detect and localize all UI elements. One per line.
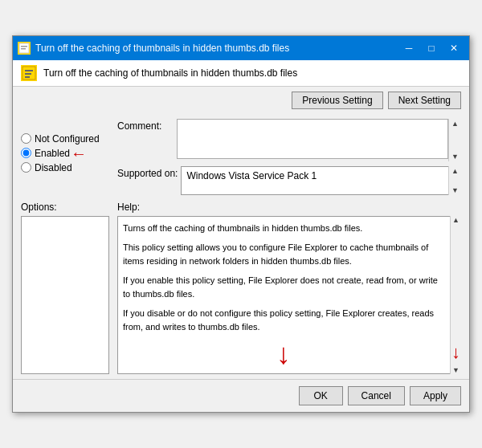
options-label: Options: bbox=[21, 202, 109, 213]
bottom-buttons: OK Cancel Apply bbox=[13, 379, 469, 412]
close-button[interactable]: ✕ bbox=[443, 40, 464, 56]
supported-row: Supported on: Windows Vista Service Pack… bbox=[117, 166, 461, 195]
disabled-label: Disabled bbox=[35, 162, 72, 173]
apply-button[interactable]: Apply bbox=[410, 386, 461, 405]
svg-rect-5 bbox=[25, 73, 31, 75]
help-box-wrapper: Turns off the caching of thumbnails in h… bbox=[117, 216, 461, 375]
help-para-2: This policy setting allows you to config… bbox=[123, 241, 444, 267]
comment-textarea[interactable] bbox=[177, 119, 448, 159]
help-label: Help: bbox=[117, 202, 461, 213]
window-icon bbox=[18, 42, 31, 55]
supported-scroll-down[interactable]: ▼ bbox=[451, 186, 459, 194]
help-panel: Help: Turns off the caching of thumbnail… bbox=[117, 202, 461, 375]
radio-group: Not Configured Enabled ← Disabled bbox=[21, 119, 109, 195]
title-controls: ─ □ ✕ bbox=[398, 40, 464, 56]
comment-label: Comment: bbox=[117, 119, 174, 132]
help-para-4: If you disable or do not configure this … bbox=[123, 307, 444, 333]
supported-wrapper: Windows Vista Service Pack 1 ▲ ▼ bbox=[181, 166, 461, 195]
not-configured-label: Not Configured bbox=[35, 133, 100, 145]
top-section: Not Configured Enabled ← Disabled Commen… bbox=[21, 119, 461, 195]
not-configured-option[interactable]: Not Configured bbox=[21, 133, 109, 145]
help-para-3: If you enable this policy setting, File … bbox=[123, 274, 444, 300]
prev-setting-button[interactable]: Previous Setting bbox=[292, 92, 382, 109]
comment-scroll-up[interactable]: ▲ bbox=[451, 120, 459, 128]
window-title: Turn off the caching of thumbnails in hi… bbox=[35, 43, 289, 54]
enabled-option[interactable]: Enabled ← bbox=[21, 148, 109, 159]
options-box bbox=[21, 216, 109, 375]
help-scroll-down[interactable]: ▼ bbox=[452, 366, 460, 374]
supported-scroll-up[interactable]: ▲ bbox=[451, 167, 459, 175]
comment-wrapper: ▲ ▼ bbox=[177, 119, 461, 161]
ok-button[interactable]: OK bbox=[299, 386, 343, 405]
enabled-arrow-indicator: ← bbox=[71, 144, 87, 162]
help-arrow-container: ↓ bbox=[123, 340, 444, 369]
policy-icon bbox=[21, 65, 37, 81]
svg-rect-4 bbox=[25, 70, 33, 71]
main-window: Turn off the caching of thumbnails in hi… bbox=[12, 35, 470, 413]
cancel-button[interactable]: Cancel bbox=[348, 386, 405, 405]
supported-scrollbar[interactable]: ▲ ▼ bbox=[448, 166, 461, 195]
help-scrollbar[interactable]: ▲ ↓ ▼ bbox=[450, 216, 461, 375]
enabled-label: Enabled bbox=[35, 148, 70, 159]
comment-scrollbar[interactable]: ▲ ▼ bbox=[448, 119, 461, 161]
main-content: Not Configured Enabled ← Disabled Commen… bbox=[13, 114, 469, 380]
svg-rect-6 bbox=[25, 76, 30, 78]
help-down-arrow: ↓ bbox=[276, 340, 291, 369]
enabled-radio[interactable] bbox=[21, 148, 31, 158]
not-configured-radio[interactable] bbox=[21, 133, 31, 144]
toolbar: Previous Setting Next Setting bbox=[13, 87, 469, 114]
maximize-button[interactable]: □ bbox=[421, 40, 442, 56]
subtitle-bar: Turn off the caching of thumbnails in hi… bbox=[13, 60, 469, 87]
supported-value: Windows Vista Service Pack 1 bbox=[181, 166, 461, 195]
svg-rect-2 bbox=[21, 48, 26, 50]
subtitle-text: Turn off the caching of thumbnails in hi… bbox=[43, 67, 297, 79]
right-section: Comment: ▲ ▼ Supported on: Windows Vista… bbox=[117, 119, 461, 195]
supported-label: Supported on: bbox=[117, 166, 178, 179]
help-scroll-arrow: ↓ bbox=[451, 342, 460, 363]
title-bar-left: Turn off the caching of thumbnails in hi… bbox=[18, 42, 289, 55]
help-scroll-indicator: ↓ bbox=[451, 224, 460, 367]
help-box: Turns off the caching of thumbnails in h… bbox=[117, 216, 461, 375]
comment-row: Comment: ▲ ▼ bbox=[117, 119, 461, 161]
title-bar: Turn off the caching of thumbnails in hi… bbox=[13, 36, 469, 60]
help-scroll-up[interactable]: ▲ bbox=[452, 216, 460, 224]
minimize-button[interactable]: ─ bbox=[398, 40, 419, 56]
next-setting-button[interactable]: Next Setting bbox=[388, 92, 461, 109]
options-panel: Options: bbox=[21, 202, 109, 375]
help-para-1: Turns off the caching of thumbnails in h… bbox=[123, 222, 444, 235]
disabled-option[interactable]: Disabled bbox=[21, 162, 109, 173]
disabled-radio[interactable] bbox=[21, 162, 31, 173]
comment-scroll-down[interactable]: ▼ bbox=[451, 153, 459, 161]
svg-rect-1 bbox=[21, 46, 27, 47]
bottom-section: Options: Help: Turns off the caching of … bbox=[21, 202, 461, 375]
